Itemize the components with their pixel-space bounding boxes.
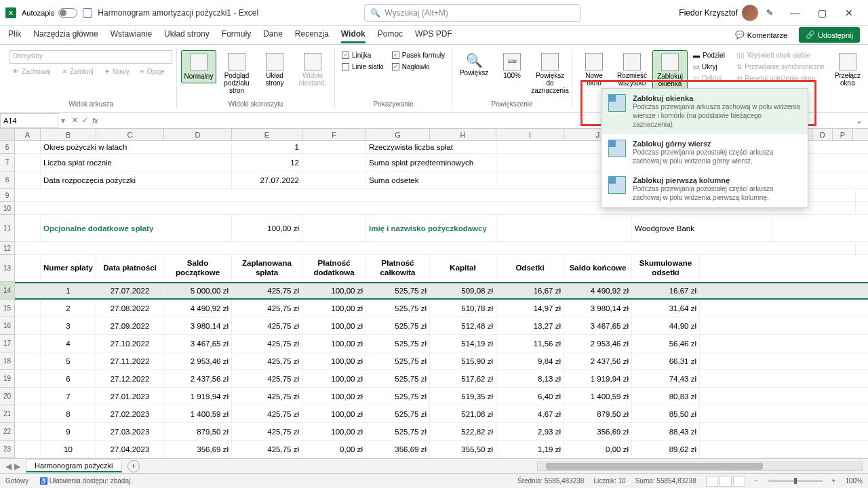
cell[interactable]: 522,82 zł — [430, 423, 496, 440]
cell[interactable]: 425,75 zł — [232, 441, 302, 458]
cell[interactable]: 89,62 zł — [632, 441, 700, 458]
tab-wps-pdf[interactable]: WPS PDF — [415, 26, 452, 43]
save-icon[interactable] — [83, 8, 92, 18]
cell[interactable] — [496, 215, 632, 241]
row-header[interactable]: 13 — [0, 255, 14, 282]
col-header[interactable]: B — [41, 129, 96, 140]
col-header[interactable]: A — [15, 129, 41, 140]
row-header[interactable]: 6 — [0, 141, 14, 154]
cell[interactable]: 100,00 zł — [302, 352, 366, 369]
switch-windows-button[interactable]: Przełącz okna — [830, 50, 865, 89]
row-header[interactable]: 22 — [0, 423, 14, 441]
collapse-ribbon[interactable]: ⌄ — [850, 116, 868, 125]
user-account[interactable]: Fiedor Krzysztof — [679, 5, 758, 21]
maximize-button[interactable]: ▢ — [808, 3, 835, 23]
cell[interactable]: 525,75 zł — [366, 352, 430, 369]
tab-formuły[interactable]: Formuły — [222, 26, 251, 43]
col-header[interactable]: G — [366, 129, 430, 140]
cell[interactable] — [15, 405, 41, 422]
autosave-toggle[interactable] — [58, 8, 77, 18]
freeze-option-2[interactable]: Zablokuj pierwszą kolumnęPodczas przewij… — [601, 171, 808, 207]
cell[interactable] — [15, 317, 41, 334]
view-normal-icon[interactable] — [706, 476, 718, 487]
cell[interactable] — [15, 441, 41, 458]
cell[interactable]: 1,19 zł — [496, 441, 564, 458]
cell[interactable]: 425,75 zł — [232, 405, 302, 422]
cell[interactable]: 12 — [232, 154, 302, 171]
col-header[interactable]: F — [302, 129, 366, 140]
cell[interactable]: 2 — [41, 300, 96, 317]
custom-views-button[interactable]: Widoki niestand. — [295, 50, 330, 89]
cell[interactable]: 7 — [41, 388, 96, 405]
freeze-option-1[interactable]: Zablokuj górny wierszPodczas przewijania… — [601, 134, 808, 171]
cell[interactable]: Data rozpoczęcia pożyczki — [41, 171, 232, 188]
cell[interactable]: 31,64 zł — [632, 300, 700, 317]
cell[interactable]: 425,75 zł — [232, 388, 302, 405]
cell[interactable]: 1 919,94 zł — [164, 388, 232, 405]
cell[interactable] — [302, 215, 366, 241]
cell[interactable]: 525,75 zł — [366, 317, 430, 334]
formula-bar-checkbox[interactable]: ✓Pasek formuły — [389, 50, 448, 60]
cell[interactable]: 27.10.2022 — [96, 335, 164, 352]
col-header[interactable]: I — [496, 129, 564, 140]
tab-układ-strony[interactable]: Układ strony — [164, 26, 210, 43]
cell[interactable] — [15, 335, 41, 352]
cell[interactable] — [15, 171, 41, 188]
cell[interactable]: 0,00 zł — [564, 441, 632, 458]
cell[interactable]: 2 437,56 zł — [164, 370, 232, 387]
cell[interactable]: 4 — [41, 335, 96, 352]
freeze-option-0[interactable]: Zablokuj okienkaPodczas przewijania arku… — [601, 89, 808, 134]
cell[interactable]: 27.07.2022 — [96, 283, 164, 298]
cell[interactable]: 8,13 zł — [496, 370, 564, 387]
cell[interactable]: 0,00 zł — [302, 441, 366, 458]
close-button[interactable]: ✕ — [835, 3, 863, 23]
cell[interactable] — [302, 154, 366, 171]
zoom-button[interactable]: 🔍Powiększ — [456, 50, 492, 79]
cell[interactable]: 6 — [41, 370, 96, 387]
cell[interactable]: 9,84 zł — [496, 352, 564, 369]
cell[interactable]: 521,08 zł — [430, 405, 496, 422]
sheet-tab[interactable]: Harmonogram pożyczki — [26, 460, 122, 472]
cell[interactable]: 2,93 zł — [496, 423, 564, 440]
cell[interactable] — [302, 171, 366, 188]
cell[interactable]: 425,75 zł — [232, 423, 302, 440]
cell[interactable]: 88,43 zł — [632, 423, 700, 440]
cell[interactable]: 5 — [41, 352, 96, 369]
row-header[interactable]: 11 — [0, 215, 14, 242]
cell[interactable]: 425,75 zł — [232, 317, 302, 334]
cell[interactable]: 16,67 zł — [632, 283, 700, 298]
cell[interactable]: 6,40 zł — [496, 388, 564, 405]
cell[interactable]: 100,00 zł — [302, 405, 366, 422]
cell[interactable]: 100,00 zł — [302, 388, 366, 405]
sheet-next[interactable]: ▶ — [14, 462, 20, 471]
cell[interactable]: 27.11.2022 — [96, 352, 164, 369]
cell[interactable] — [15, 141, 41, 153]
cell[interactable]: 515,90 zł — [430, 352, 496, 369]
cell[interactable]: 27.07.2022 — [232, 171, 302, 188]
cell[interactable]: 27.09.2022 — [96, 317, 164, 334]
cell[interactable]: 80,83 zł — [632, 388, 700, 405]
cell[interactable]: 4,67 zł — [496, 405, 564, 422]
cell[interactable]: 510,78 zł — [430, 300, 496, 317]
cell[interactable] — [15, 388, 41, 405]
cell[interactable]: 1 — [41, 283, 96, 298]
pen-icon[interactable]: ✎ — [766, 8, 773, 18]
cell[interactable]: Suma spłat przedterminowych — [366, 154, 496, 171]
cell[interactable]: 27.03.2023 — [96, 423, 164, 440]
cell[interactable]: 10 — [41, 441, 96, 458]
row-header[interactable]: 20 — [0, 388, 14, 405]
cell[interactable]: Kapitał — [430, 255, 496, 281]
cell[interactable]: 100,00 zł — [302, 300, 366, 317]
sheet-prev[interactable]: ◀ — [5, 462, 12, 471]
cell[interactable]: Opcjonalne dodatkowe spłaty — [41, 215, 232, 241]
normal-view-button[interactable]: Normalny — [181, 50, 216, 83]
tab-widok[interactable]: Widok — [341, 26, 366, 43]
zoom-100-button[interactable]: 100100% — [494, 50, 530, 82]
zoom-out[interactable]: − — [755, 477, 759, 485]
tab-recenzja[interactable]: Recenzja — [295, 26, 329, 43]
cell[interactable]: 509,08 zł — [430, 283, 496, 298]
headers-checkbox[interactable]: ✓Nagłówki — [389, 62, 448, 72]
enter-icon[interactable]: ✓ — [82, 116, 88, 125]
cell[interactable]: 27.08.2022 — [96, 300, 164, 317]
cell[interactable]: 4 490,92 zł — [564, 283, 632, 298]
